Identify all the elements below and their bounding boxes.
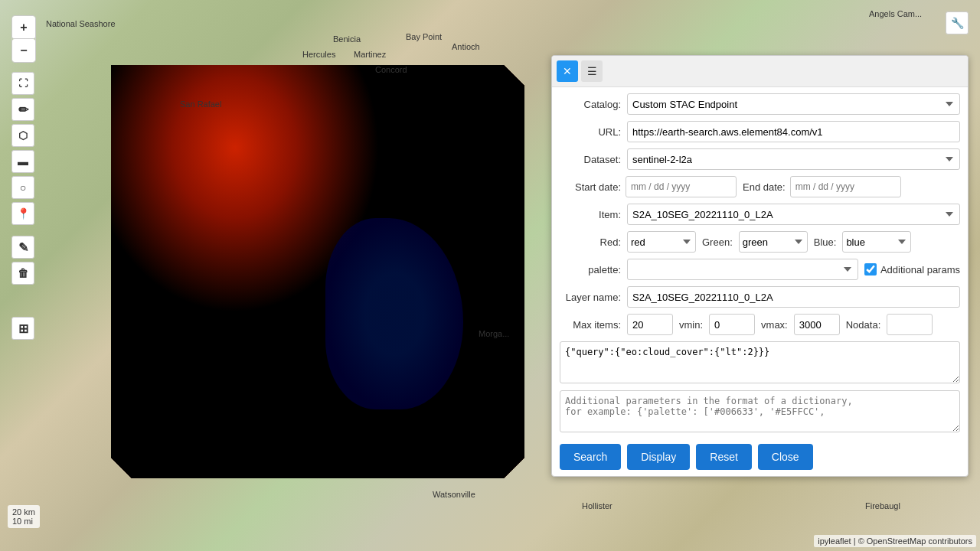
vmin-label: vmin: bbox=[679, 319, 703, 331]
red-select[interactable]: red bbox=[627, 231, 696, 253]
start-date-input[interactable] bbox=[626, 176, 737, 197]
red-label: Red: bbox=[560, 236, 621, 248]
panel-header: ✕ ☰ bbox=[552, 56, 968, 87]
dataset-row: Dataset: sentinel-2-l2a bbox=[560, 148, 960, 170]
map-controls: + − ⛶ ✏ ⬡ ▬ ○ 📍 ✎ 🗑 ⊞ bbox=[11, 15, 36, 340]
rgb-row: Red: red Green: green Blue: blue bbox=[560, 231, 960, 253]
scale-mi: 10 mi bbox=[12, 517, 35, 526]
catalog-row: Catalog: Custom STAC Endpoint bbox=[560, 93, 960, 115]
layer-name-row: Layer name: bbox=[560, 286, 960, 308]
panel-body: Catalog: Custom STAC Endpoint URL: Datas… bbox=[552, 87, 968, 476]
scale-km: 20 km bbox=[12, 507, 35, 517]
maxitems-row: Max items: vmin: vmax: Nodata: bbox=[560, 314, 960, 335]
action-buttons-row: Search Display Reset Close bbox=[560, 444, 960, 470]
layer-name-label: Layer name: bbox=[560, 292, 621, 303]
additional-params-checkbox-label[interactable]: Additional params bbox=[864, 263, 960, 276]
vmin-input[interactable] bbox=[709, 314, 755, 335]
zoom-control: + − bbox=[11, 15, 36, 63]
green-label: Green: bbox=[702, 236, 733, 248]
marker-button[interactable]: 📍 bbox=[11, 202, 34, 225]
query-textarea[interactable]: {"query":{"eo:cloud_cover":{"lt":2}}} bbox=[560, 341, 960, 383]
delete-button[interactable]: 🗑 bbox=[11, 262, 34, 285]
scale-bar: 20 km 10 mi bbox=[8, 505, 40, 528]
item-select[interactable]: S2A_10SEG_20221110_0_L2A bbox=[627, 204, 960, 225]
draw-circle-button[interactable]: ○ bbox=[11, 176, 34, 199]
zoom-out-button[interactable]: − bbox=[12, 39, 35, 62]
vmax-label: vmax: bbox=[761, 319, 788, 331]
edit-button[interactable]: ✎ bbox=[11, 236, 34, 259]
end-date-input[interactable] bbox=[790, 176, 901, 197]
end-date-group: End date: bbox=[743, 176, 901, 197]
green-select[interactable]: green bbox=[739, 231, 808, 253]
blue-select[interactable]: blue bbox=[842, 231, 911, 253]
url-input[interactable] bbox=[627, 121, 960, 142]
layer-name-input[interactable] bbox=[627, 286, 960, 308]
max-items-input[interactable] bbox=[627, 314, 673, 335]
item-row: Item: S2A_10SEG_20221110_0_L2A bbox=[560, 204, 960, 225]
max-items-label: Max items: bbox=[560, 319, 621, 331]
map-attribution: ipyleaflet | © OpenStreetMap contributor… bbox=[814, 535, 976, 547]
reset-button[interactable]: Reset bbox=[696, 444, 752, 470]
start-date-label: Start date: bbox=[560, 181, 621, 193]
draw-rect-button[interactable]: ▬ bbox=[11, 150, 34, 173]
additional-params-label: Additional params bbox=[880, 264, 960, 276]
palette-label: palette: bbox=[560, 264, 621, 276]
dataset-label: Dataset: bbox=[560, 154, 621, 165]
draw-polygon-button[interactable]: ⬡ bbox=[11, 124, 34, 147]
bay-area bbox=[325, 218, 463, 409]
vmax-input[interactable] bbox=[794, 314, 840, 335]
blue-label: Blue: bbox=[814, 236, 837, 248]
nodata-input[interactable] bbox=[887, 314, 933, 335]
params-textarea[interactable] bbox=[560, 390, 960, 432]
display-button[interactable]: Display bbox=[627, 444, 690, 470]
url-label: URL: bbox=[560, 126, 621, 138]
palette-row: palette: Additional params bbox=[560, 259, 960, 280]
map-tools: ⛶ ✏ ⬡ ▬ ○ 📍 ✎ 🗑 bbox=[11, 72, 36, 285]
catalog-select[interactable]: Custom STAC Endpoint bbox=[627, 93, 960, 115]
panel-menu-button[interactable]: ☰ bbox=[581, 60, 603, 82]
satellite-overlay bbox=[111, 65, 524, 478]
panel-close-button[interactable]: ✕ bbox=[557, 60, 578, 82]
layers-button[interactable]: ⊞ bbox=[11, 317, 34, 340]
additional-params-checkbox[interactable] bbox=[864, 263, 877, 276]
search-button[interactable]: Search bbox=[560, 444, 621, 470]
item-label: Item: bbox=[560, 209, 621, 220]
dataset-select[interactable]: sentinel-2-l2a bbox=[627, 148, 960, 170]
palette-select[interactable] bbox=[627, 259, 858, 280]
fullscreen-button[interactable]: ⛶ bbox=[11, 72, 34, 95]
date-row: Start date: End date: bbox=[560, 176, 960, 197]
wrench-button[interactable]: 🔧 bbox=[946, 11, 969, 34]
nodata-label: Nodata: bbox=[846, 319, 881, 331]
close-button[interactable]: Close bbox=[758, 444, 813, 470]
end-date-label: End date: bbox=[743, 181, 786, 193]
url-row: URL: bbox=[560, 121, 960, 142]
stac-panel: ✕ ☰ Catalog: Custom STAC Endpoint URL: D… bbox=[551, 55, 969, 477]
catalog-label: Catalog: bbox=[560, 99, 621, 110]
start-date-group: Start date: bbox=[560, 176, 737, 197]
draw-line-button[interactable]: ✏ bbox=[11, 98, 34, 121]
zoom-in-button[interactable]: + bbox=[12, 16, 35, 39]
